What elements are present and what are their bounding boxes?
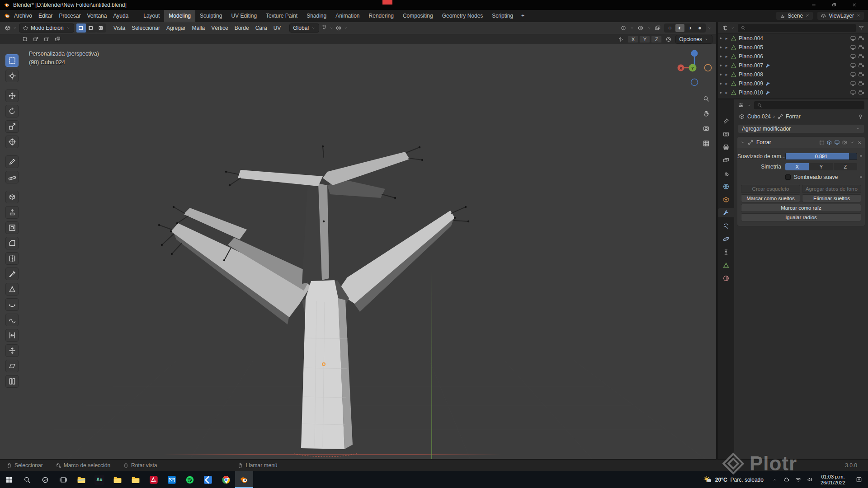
modifier-editmode-toggle[interactable] bbox=[826, 140, 832, 145]
hide-viewport-icon[interactable] bbox=[850, 53, 856, 60]
outliner-item-plano-006[interactable]: ▸Plano.006 bbox=[718, 52, 868, 61]
tool-shrink-fatten[interactable] bbox=[5, 344, 19, 357]
properties-tab-modifiers[interactable] bbox=[718, 208, 734, 217]
sel-subtract-button[interactable] bbox=[42, 35, 52, 44]
tool-measure[interactable] bbox=[5, 171, 19, 183]
workspace-tab-geometry-nodes[interactable]: Geometry Nodes bbox=[438, 10, 488, 22]
camera-icon[interactable] bbox=[858, 35, 864, 42]
properties-tab-particles[interactable] bbox=[718, 221, 734, 230]
outliner-item-plano-010[interactable]: ▸Plano.010 bbox=[718, 88, 868, 97]
proportional-editing-toggle[interactable] bbox=[334, 23, 344, 33]
taskbar-audition-button[interactable]: Au bbox=[90, 471, 108, 488]
sel-intersect-button[interactable] bbox=[52, 35, 62, 44]
modifier-oncage-toggle[interactable] bbox=[819, 140, 825, 145]
properties-tab-tool[interactable] bbox=[718, 117, 734, 126]
falloff-icon[interactable] bbox=[664, 35, 674, 44]
tool-inset-faces[interactable] bbox=[5, 221, 19, 234]
properties-tab-material[interactable] bbox=[718, 274, 734, 283]
hide-viewport-icon[interactable] bbox=[850, 62, 856, 69]
taskbar-app-blue-button[interactable] bbox=[199, 471, 217, 488]
hide-viewport-icon[interactable] bbox=[850, 89, 856, 96]
workspace-tab-layout[interactable]: Layout bbox=[139, 10, 164, 22]
vertex-select-button[interactable] bbox=[76, 23, 86, 33]
shading-wireframe-button[interactable]: ○ bbox=[665, 24, 675, 32]
object-name[interactable]: Plano.006 bbox=[739, 53, 763, 60]
tool-scale[interactable] bbox=[5, 120, 19, 133]
gizmo-axis-z[interactable] bbox=[691, 50, 698, 57]
gizmos-toggle[interactable] bbox=[618, 23, 628, 33]
properties-tab-constraints[interactable] bbox=[718, 248, 734, 257]
workspace-tab-animation[interactable]: Animation bbox=[331, 10, 364, 22]
taskbar-acrobat-button[interactable] bbox=[145, 471, 163, 488]
object-name[interactable]: Plano.004 bbox=[739, 35, 763, 42]
mirror-y-toggle[interactable]: Y bbox=[639, 36, 650, 43]
expand-arrow-icon[interactable]: ▸ bbox=[724, 90, 729, 95]
properties-editor-icon[interactable] bbox=[738, 102, 744, 108]
outliner-item-plano-004[interactable]: ▸Plano.004 bbox=[718, 34, 868, 43]
camera-view-icon[interactable] bbox=[701, 123, 712, 134]
options-dropdown[interactable]: Opciones bbox=[675, 35, 712, 44]
properties-tab-view-layer[interactable] bbox=[718, 156, 734, 165]
overlays-toggle[interactable] bbox=[636, 23, 646, 33]
shading-material-button[interactable]: ◑ bbox=[685, 24, 694, 32]
modifier-panel-header[interactable]: Forrar bbox=[737, 137, 865, 148]
taskbar-spotify-button[interactable] bbox=[181, 471, 199, 488]
taskbar-task-view-button[interactable] bbox=[54, 471, 72, 488]
wifi-icon[interactable] bbox=[793, 476, 804, 483]
mirror-z-toggle[interactable]: Z bbox=[651, 36, 662, 43]
gizmo-axis-z-neg[interactable] bbox=[691, 79, 698, 86]
hide-viewport-icon[interactable] bbox=[850, 44, 856, 51]
volume-icon[interactable] bbox=[804, 476, 816, 483]
mode-selector[interactable]: Modo Edición bbox=[19, 23, 74, 33]
overlays-chevron-icon[interactable] bbox=[647, 26, 651, 30]
tray-expand-icon[interactable] bbox=[769, 477, 781, 483]
viewport-3d[interactable]: Personalizada (perspectiva) (98) Cubo.02… bbox=[0, 44, 716, 459]
camera-icon[interactable] bbox=[858, 71, 864, 78]
animate-dot[interactable] bbox=[860, 155, 862, 157]
workspace-tab-compositing[interactable]: Compositing bbox=[398, 10, 438, 22]
weather-widget[interactable]: 20°C Parc. soleado bbox=[698, 475, 769, 484]
close-button[interactable] bbox=[844, 0, 864, 10]
tool-add-cube[interactable] bbox=[5, 191, 19, 203]
menu-malla[interactable]: Malla bbox=[189, 22, 208, 34]
editor-type-chevron-icon[interactable] bbox=[13, 26, 17, 30]
face-select-button[interactable] bbox=[96, 23, 106, 33]
taskbar-cortana-button[interactable] bbox=[36, 471, 54, 488]
camera-icon[interactable] bbox=[858, 53, 864, 60]
workspace-tab-shading[interactable]: Shading bbox=[302, 10, 331, 22]
navigation-gizmo[interactable]: X Y bbox=[674, 47, 715, 89]
chevron-down-icon[interactable] bbox=[731, 26, 735, 30]
properties-tab-render[interactable] bbox=[718, 130, 734, 139]
tool-edge-slide[interactable] bbox=[5, 329, 19, 342]
properties-tab-world[interactable] bbox=[718, 182, 734, 191]
expand-arrow-icon[interactable]: ▸ bbox=[724, 72, 729, 77]
properties-tab-output[interactable] bbox=[718, 143, 734, 152]
menu-uv[interactable]: UV bbox=[270, 22, 284, 34]
menu-ayuda[interactable]: Ayuda bbox=[110, 10, 132, 22]
hide-viewport-icon[interactable] bbox=[850, 71, 856, 78]
workspace-tab-texture-paint[interactable]: Texture Paint bbox=[261, 10, 302, 22]
taskbar-file-explorer-button[interactable] bbox=[72, 471, 90, 488]
branch-smoothing-slider[interactable]: 0.891 bbox=[785, 153, 857, 160]
menu-cara[interactable]: Cara bbox=[252, 22, 270, 34]
viewlayer-selector[interactable]: ViewLayer bbox=[817, 11, 864, 20]
symmetry-z-button[interactable]: Z bbox=[834, 163, 857, 170]
expand-arrow-icon[interactable]: ▸ bbox=[724, 36, 729, 41]
properties-tab-object[interactable] bbox=[718, 195, 734, 204]
minimize-button[interactable] bbox=[803, 0, 824, 10]
chevron-down-icon[interactable] bbox=[747, 103, 751, 108]
menu-agregar[interactable]: Agregar bbox=[163, 22, 189, 34]
object-name[interactable]: Plano.005 bbox=[739, 44, 763, 51]
workspace-tab-uv-editing[interactable]: UV Editing bbox=[226, 10, 261, 22]
notification-center-icon[interactable] bbox=[850, 476, 868, 483]
hide-viewport-icon[interactable] bbox=[850, 80, 856, 87]
equalize-radii-button[interactable]: Igualar radios bbox=[741, 213, 861, 221]
workspace-tab-rendering[interactable]: Rendering bbox=[364, 10, 398, 22]
blender-menu-icon[interactable] bbox=[4, 12, 11, 19]
shading-rendered-button[interactable]: ● bbox=[695, 24, 704, 32]
menu-vista[interactable]: Vista bbox=[110, 22, 128, 34]
expand-arrow-icon[interactable]: ▸ bbox=[724, 63, 729, 68]
scene-selector[interactable]: Scene bbox=[776, 11, 813, 20]
tool-cursor[interactable] bbox=[5, 70, 19, 82]
properties-tab-data[interactable] bbox=[718, 261, 734, 270]
